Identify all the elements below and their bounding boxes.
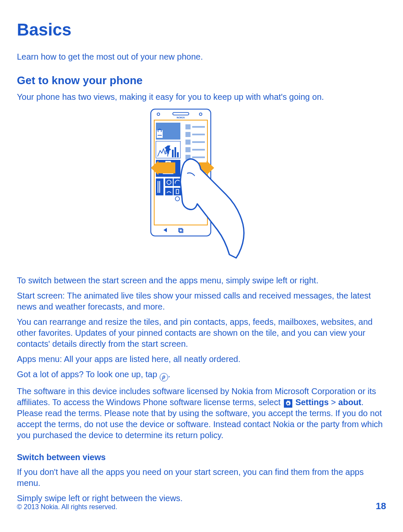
- section1-lead: Your phone has two views, making it easy…: [17, 91, 386, 102]
- p5-pre: Got a lot of apps? To look one up, tap: [17, 370, 160, 379]
- intro-text: Learn how to get the most out of your ne…: [17, 51, 386, 62]
- p5-post: .: [168, 370, 171, 379]
- section-heading-switch-views: Switch between views: [17, 452, 386, 462]
- svg-rect-10: [174, 147, 176, 157]
- section1-p4: Apps menu: All your apps are listed here…: [17, 354, 386, 365]
- svg-rect-30: [185, 140, 191, 145]
- svg-rect-32: [185, 147, 191, 152]
- svg-rect-35: [192, 156, 205, 158]
- svg-rect-33: [192, 149, 205, 151]
- copyright-text: © 2013 Nokia. All rights reserved.: [17, 503, 117, 511]
- section1-p5: Got a lot of apps? To look one up, tap ρ…: [17, 369, 386, 381]
- section1-p1: To switch between the start screen and t…: [17, 275, 386, 286]
- p6-sep: >: [329, 398, 338, 407]
- section1-p6: The software in this device includes sof…: [17, 386, 386, 441]
- p6-about-label: about: [338, 398, 361, 407]
- svg-rect-16: [158, 181, 158, 193]
- svg-rect-7: [157, 130, 163, 138]
- section1-p2: Start screen: The animated live tiles sh…: [17, 290, 386, 312]
- svg-rect-44: [158, 162, 175, 173]
- svg-rect-28: [185, 132, 191, 137]
- svg-rect-22: [174, 188, 181, 195]
- page-number: 18: [376, 501, 386, 512]
- svg-rect-11: [177, 152, 179, 157]
- section-heading-know-phone: Get to know your phone: [17, 74, 386, 87]
- svg-rect-31: [192, 141, 205, 143]
- svg-rect-27: [192, 126, 205, 128]
- svg-rect-9: [172, 150, 174, 157]
- p6-settings-label: Settings: [295, 398, 329, 407]
- section2-p1: If you don't have all the apps you need …: [17, 466, 386, 488]
- phone-swipe-illustration: NOKIA: [17, 107, 386, 268]
- svg-rect-17: [159, 181, 160, 193]
- svg-text:NOKIA: NOKIA: [177, 116, 185, 119]
- svg-rect-29: [192, 134, 205, 135]
- section1-p3: You can rearrange and resize the tiles, …: [17, 316, 386, 349]
- svg-rect-18: [165, 178, 173, 186]
- settings-gear-icon: [284, 399, 292, 408]
- svg-rect-26: [185, 124, 191, 129]
- search-icon: ρ: [160, 373, 168, 381]
- page-title: Basics: [17, 20, 386, 39]
